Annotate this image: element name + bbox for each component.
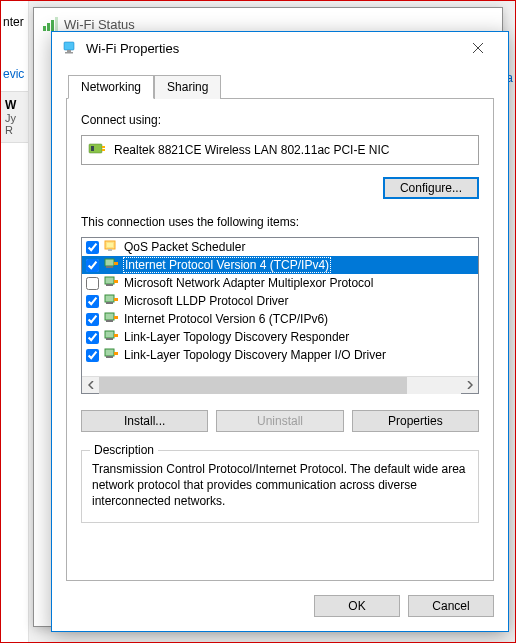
item-checkbox[interactable] — [86, 313, 99, 326]
svg-rect-3 — [55, 17, 58, 31]
tab-networking[interactable]: Networking — [68, 75, 154, 99]
items-label: This connection uses the following items… — [81, 215, 479, 229]
item-checkbox[interactable] — [86, 331, 99, 344]
svg-rect-5 — [67, 50, 71, 52]
item-checkbox[interactable] — [86, 349, 99, 362]
svg-rect-24 — [114, 298, 118, 301]
scroll-left-arrow[interactable] — [82, 377, 99, 394]
list-item[interactable]: Internet Protocol Version 6 (TCP/IPv6) — [82, 310, 478, 328]
scrollbar-thumb[interactable] — [99, 377, 407, 394]
protocol-icon — [103, 275, 119, 291]
bg-text: W Jy R — [1, 91, 28, 143]
list-item[interactable]: Microsoft LLDP Protocol Driver — [82, 292, 478, 310]
close-icon — [473, 43, 483, 53]
svg-rect-28 — [105, 331, 114, 338]
tab-strip: Networking Sharing — [66, 74, 494, 99]
description-group: Description Transmission Control Protoco… — [81, 450, 479, 523]
item-label: Microsoft LLDP Protocol Driver — [123, 294, 290, 308]
ok-button[interactable]: OK — [314, 595, 400, 617]
properties-button[interactable]: Properties — [352, 410, 479, 432]
svg-rect-20 — [106, 284, 113, 286]
svg-rect-18 — [114, 262, 118, 265]
svg-rect-30 — [114, 334, 118, 337]
svg-rect-15 — [108, 249, 112, 251]
svg-rect-21 — [114, 280, 118, 283]
bg-text: nter — [1, 11, 28, 33]
chevron-right-icon — [467, 381, 473, 389]
svg-rect-14 — [107, 243, 113, 247]
list-item[interactable]: Microsoft Network Adapter Multiplexor Pr… — [82, 274, 478, 292]
list-item[interactable]: Internet Protocol Version 4 (TCP/IPv4) — [82, 256, 478, 274]
item-label: Link-Layer Topology Discovery Responder — [123, 330, 350, 344]
svg-rect-16 — [105, 259, 114, 266]
svg-rect-19 — [105, 277, 114, 284]
list-item[interactable]: Link-Layer Topology Discovery Mapper I/O… — [82, 346, 478, 364]
description-label: Description — [90, 443, 158, 457]
svg-rect-1 — [47, 23, 50, 31]
item-label: QoS Packet Scheduler — [123, 240, 246, 254]
description-text: Transmission Control Protocol/Internet P… — [92, 461, 468, 510]
svg-rect-31 — [105, 349, 114, 356]
adapter-name: Realtek 8821CE Wireless LAN 802.11ac PCI… — [114, 143, 389, 157]
list-item[interactable]: QoS Packet Scheduler — [82, 238, 478, 256]
scroll-right-arrow[interactable] — [461, 377, 478, 394]
bg-text: evic — [1, 63, 28, 85]
signal-icon — [42, 16, 58, 32]
item-checkbox[interactable] — [86, 277, 99, 290]
service-icon — [103, 239, 119, 255]
close-button[interactable] — [458, 34, 498, 62]
item-label: Microsoft Network Adapter Multiplexor Pr… — [123, 276, 374, 290]
svg-rect-32 — [106, 356, 113, 358]
protocol-icon — [103, 329, 119, 345]
svg-rect-6 — [65, 52, 73, 54]
svg-rect-26 — [106, 320, 113, 322]
cancel-button[interactable]: Cancel — [408, 595, 494, 617]
chevron-left-icon — [88, 381, 94, 389]
svg-rect-29 — [106, 338, 113, 340]
item-checkbox[interactable] — [86, 295, 99, 308]
dialog-title: Wi-Fi Properties — [86, 41, 179, 56]
configure-button[interactable]: Configure... — [383, 177, 479, 199]
protocol-icon — [103, 311, 119, 327]
tab-sharing[interactable]: Sharing — [154, 75, 221, 99]
adapter-field[interactable]: Realtek 8821CE Wireless LAN 802.11ac PCI… — [81, 135, 479, 165]
item-label: Internet Protocol Version 6 (TCP/IPv6) — [123, 312, 329, 326]
connection-items-list[interactable]: QoS Packet SchedulerInternet Protocol Ve… — [81, 237, 479, 394]
uninstall-button: Uninstall — [216, 410, 343, 432]
install-button[interactable]: Install... — [81, 410, 208, 432]
svg-rect-2 — [51, 20, 54, 31]
protocol-icon — [103, 347, 119, 363]
item-checkbox[interactable] — [86, 241, 99, 254]
protocol-icon — [103, 257, 119, 273]
list-item[interactable]: Link-Layer Topology Discovery Responder — [82, 328, 478, 346]
nic-icon — [88, 141, 106, 159]
svg-rect-25 — [105, 313, 114, 320]
protocol-icon — [103, 293, 119, 309]
svg-rect-17 — [106, 266, 113, 268]
item-label: Internet Protocol Version 4 (TCP/IPv4) — [123, 257, 331, 273]
item-label: Link-Layer Topology Discovery Mapper I/O… — [123, 348, 387, 362]
svg-rect-27 — [114, 316, 118, 319]
svg-rect-12 — [102, 149, 105, 151]
networking-panel: Connect using: Realtek 8821CE Wireless L… — [66, 99, 494, 581]
svg-rect-4 — [64, 42, 74, 50]
svg-rect-10 — [91, 146, 94, 151]
item-checkbox[interactable] — [86, 259, 99, 272]
background-window-title: Wi-Fi Status — [64, 17, 135, 32]
titlebar[interactable]: Wi-Fi Properties — [52, 32, 508, 64]
background-left-strip: nter evic W Jy R — [1, 1, 29, 642]
horizontal-scrollbar[interactable] — [82, 376, 478, 393]
svg-rect-9 — [89, 144, 102, 153]
connect-using-label: Connect using: — [81, 113, 479, 127]
wifi-properties-dialog: Wi-Fi Properties Networking Sharing Conn… — [51, 31, 509, 632]
svg-rect-33 — [114, 352, 118, 355]
network-icon — [62, 40, 78, 56]
svg-rect-22 — [105, 295, 114, 302]
svg-rect-11 — [102, 146, 105, 148]
svg-rect-0 — [43, 26, 46, 31]
svg-rect-23 — [106, 302, 113, 304]
